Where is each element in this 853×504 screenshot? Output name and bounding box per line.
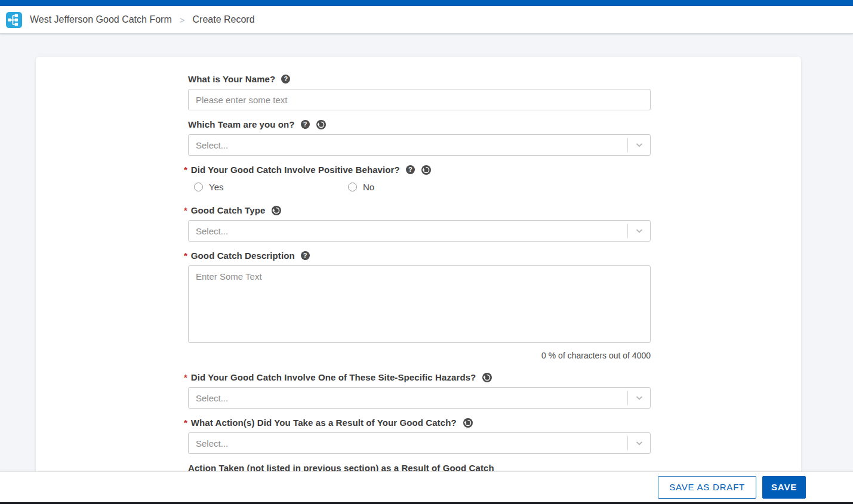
reset-field-icon[interactable] [421,165,431,175]
help-icon[interactable]: ? [301,120,310,129]
field-label: Did Your Good Catch Involve Positive Beh… [191,165,400,175]
reset-field-icon[interactable] [482,373,492,382]
breadcrumb: West Jefferson Good Catch Form > Create … [30,14,255,25]
screen: West Jefferson Good Catch Form > Create … [0,0,853,504]
hazards-select[interactable]: Select... [188,387,651,409]
character-counter: 0 % of characters out of 4000 [188,351,651,360]
reset-field-icon[interactable] [463,418,473,428]
required-marker: * [184,165,187,175]
field-label: Which Team are you on? [188,119,295,129]
breadcrumb-separator-icon: > [180,15,185,25]
radio-option-yes[interactable]: Yes [194,182,348,192]
help-icon[interactable]: ? [406,165,415,174]
save-button[interactable]: SAVE [762,476,806,499]
radio-circle-icon[interactable] [194,183,203,191]
name-input[interactable] [188,89,651,110]
top-accent-bar [0,0,853,6]
field-which-team: Which Team are you on? ? Select... [188,119,651,156]
field-label-row: * Good Catch Description ? [184,251,651,261]
field-label: What is Your Name? [188,74,275,84]
app-logo-icon[interactable] [6,12,22,28]
required-marker: * [184,251,187,261]
field-label-row: What is Your Name? ? [188,74,651,84]
field-label-row: * Did Your Good Catch Involve Positive B… [184,165,651,175]
field-label: Did Your Good Catch Involve One of These… [191,372,476,382]
select-placeholder: Select... [189,393,627,403]
radio-group: Yes No [188,182,651,192]
main-content: What is Your Name? ? Which Team are you … [0,34,853,504]
radio-label: Yes [209,182,223,192]
form-column: What is Your Name? ? Which Team are you … [188,74,651,499]
chevron-down-icon[interactable] [628,438,650,448]
radio-label: No [363,182,374,192]
field-label: Good Catch Description [191,251,295,261]
chevron-down-icon[interactable] [628,393,650,403]
required-marker: * [184,372,187,382]
team-select[interactable]: Select... [188,134,651,156]
field-label: What Action(s) Did You Take as a Result … [191,418,457,428]
help-icon[interactable]: ? [281,75,290,84]
help-icon[interactable]: ? [301,251,310,260]
form-card: What is Your Name? ? Which Team are you … [36,57,801,504]
radio-option-no[interactable]: No [348,182,374,192]
description-textarea[interactable] [188,265,651,343]
actions-select[interactable]: Select... [188,432,651,454]
field-label-row: * Did Your Good Catch Involve One of The… [184,372,651,382]
field-label-row: * What Action(s) Did You Take as a Resul… [184,418,651,428]
field-label-row: * Good Catch Type [184,205,651,215]
breadcrumb-app-name[interactable]: West Jefferson Good Catch Form [30,14,172,25]
field-good-catch-description: * Good Catch Description ? 0 % of charac… [188,251,651,360]
save-as-draft-button[interactable]: SAVE AS DRAFT [658,476,756,499]
field-label-row: Which Team are you on? ? [188,119,651,129]
select-placeholder: Select... [189,438,627,449]
reset-field-icon[interactable] [316,120,326,129]
chevron-down-icon[interactable] [628,140,650,150]
field-site-specific-hazards: * Did Your Good Catch Involve One of The… [188,372,651,409]
chevron-down-icon[interactable] [628,226,650,236]
select-placeholder: Select... [189,226,627,236]
action-bar: SAVE AS DRAFT SAVE [0,471,853,502]
select-placeholder: Select... [189,140,627,150]
field-what-is-your-name: What is Your Name? ? [188,74,651,110]
good-catch-type-select[interactable]: Select... [188,220,651,242]
field-actions-taken: * What Action(s) Did You Take as a Resul… [188,418,651,454]
breadcrumb-current: Create Record [193,14,255,25]
app-header: West Jefferson Good Catch Form > Create … [0,6,853,34]
field-positive-behavior: * Did Your Good Catch Involve Positive B… [188,165,651,192]
field-good-catch-type: * Good Catch Type Select... [188,205,651,242]
required-marker: * [184,205,187,215]
required-marker: * [184,418,187,428]
reset-field-icon[interactable] [272,206,281,215]
radio-circle-icon[interactable] [348,183,357,191]
field-label: Good Catch Type [191,205,266,215]
